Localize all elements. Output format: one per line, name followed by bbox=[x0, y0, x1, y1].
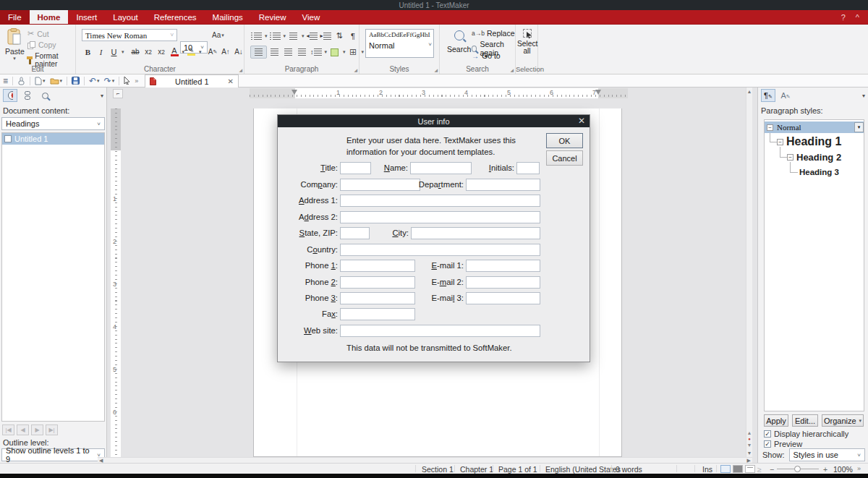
line-spacing-button[interactable]: ↕ bbox=[310, 46, 323, 59]
character-dialog-button[interactable]: A✎ bbox=[207, 46, 219, 58]
address1-input[interactable] bbox=[340, 195, 540, 207]
city-input[interactable] bbox=[411, 227, 540, 239]
phone2-input[interactable] bbox=[340, 276, 415, 289]
shrink-font-button[interactable]: A↓ bbox=[233, 46, 245, 58]
item-checkbox[interactable] bbox=[4, 135, 12, 142]
font-color-button[interactable]: A bbox=[169, 46, 181, 58]
underline-button[interactable]: U bbox=[108, 46, 120, 58]
status-chapter[interactable]: Chapter 1 bbox=[460, 465, 493, 474]
show-select[interactable]: Styles in use˅ bbox=[789, 448, 865, 461]
select-all-button[interactable]: Select all bbox=[517, 29, 537, 55]
statusbar-overflow-icon[interactable]: » bbox=[857, 465, 861, 472]
help-icon[interactable]: ? bbox=[841, 13, 846, 22]
shading-button[interactable] bbox=[328, 46, 341, 59]
replace-button[interactable]: a→bReplace bbox=[472, 29, 515, 38]
font-name-combo[interactable]: Times New Roman˅ bbox=[82, 29, 177, 41]
menu-tab-file[interactable]: File bbox=[0, 10, 30, 24]
ruler-corner-button[interactable]: ⌐ bbox=[113, 89, 123, 98]
bold-button[interactable]: B bbox=[82, 46, 94, 58]
display-hierarchically-checkbox[interactable]: ✓ bbox=[764, 430, 771, 438]
status-insert-mode[interactable]: Ins bbox=[702, 465, 712, 474]
styles-group-launcher-icon[interactable]: ◢ bbox=[434, 67, 438, 72]
menu-tab-review[interactable]: Review bbox=[251, 10, 294, 24]
new-document-button[interactable]: ▾ bbox=[35, 77, 46, 85]
status-page[interactable]: Page 1 of 1 bbox=[498, 465, 537, 474]
status-section[interactable]: Section 1 bbox=[422, 465, 454, 474]
style-row-normal[interactable]: Normal ▾ bbox=[765, 121, 864, 133]
character-styles-tab-button[interactable]: A✎ bbox=[778, 89, 793, 102]
ok-button[interactable]: OK bbox=[546, 133, 583, 148]
search-group-launcher-icon[interactable]: ◢ bbox=[510, 67, 514, 72]
multilevel-list-button[interactable] bbox=[287, 30, 299, 42]
align-center-button[interactable] bbox=[268, 46, 281, 59]
status-language[interactable]: English (United States bbox=[545, 465, 621, 474]
expander-icon[interactable]: − bbox=[767, 124, 773, 131]
bullet-list-button[interactable] bbox=[250, 30, 263, 42]
left-indent-marker[interactable] bbox=[292, 90, 297, 95]
style-row-heading1[interactable]: Heading 1 bbox=[786, 135, 841, 148]
list-item-untitled-1[interactable]: Untitled 1 bbox=[2, 133, 104, 145]
shading-dropdown-icon[interactable]: ▾ bbox=[343, 49, 346, 55]
edit-button[interactable]: Edit... bbox=[792, 414, 818, 427]
borders-button[interactable]: ⊞ bbox=[347, 46, 359, 59]
email1-input[interactable] bbox=[466, 260, 540, 272]
scroll-down-icon[interactable]: ▼ bbox=[747, 451, 752, 456]
phone1-input[interactable] bbox=[340, 260, 415, 272]
change-case-button[interactable]: Aa▾ bbox=[211, 29, 225, 41]
view-standard-icon[interactable] bbox=[720, 465, 731, 473]
zoom-level[interactable]: 100% bbox=[833, 465, 853, 474]
browse-target-icon[interactable]: ● bbox=[748, 437, 751, 441]
strikethrough-button[interactable]: ab bbox=[129, 46, 142, 58]
content-filter-select[interactable]: Headings˅ bbox=[1, 117, 105, 130]
go-to-button[interactable]: →Go to bbox=[472, 51, 501, 60]
department-input[interactable] bbox=[466, 179, 540, 191]
initials-input[interactable] bbox=[516, 162, 540, 174]
phone3-input[interactable] bbox=[340, 292, 415, 304]
view-outline-icon[interactable] bbox=[745, 465, 755, 473]
menu-tab-view[interactable]: View bbox=[294, 10, 328, 24]
horizontal-scrollbar[interactable]: ◀ ▶ bbox=[98, 457, 752, 463]
italic-button[interactable]: I bbox=[95, 46, 107, 58]
outline-level-select[interactable]: Show outline levels 1 to 9˅ bbox=[1, 448, 105, 461]
email3-input[interactable] bbox=[466, 292, 540, 304]
align-left-button[interactable] bbox=[250, 46, 267, 59]
cut-button[interactable]: ✂Cut bbox=[27, 29, 49, 38]
tab-close-icon[interactable]: ✕ bbox=[228, 77, 234, 85]
open-button[interactable]: ▾ bbox=[50, 77, 63, 85]
superscript-button[interactable]: x2 bbox=[156, 46, 168, 58]
decrease-indent-button[interactable]: ◂ bbox=[306, 30, 318, 42]
copy-button[interactable]: Copy bbox=[27, 40, 56, 49]
address2-input[interactable] bbox=[340, 211, 540, 223]
fax-input[interactable] bbox=[340, 308, 415, 320]
subscript-button[interactable]: x2 bbox=[142, 46, 155, 58]
right-indent-marker[interactable] bbox=[595, 90, 601, 95]
panel-menu-caret-icon[interactable]: ▾ bbox=[101, 93, 103, 99]
character-group-launcher-icon[interactable]: ◢ bbox=[239, 67, 242, 72]
style-row-heading3[interactable]: Heading 3 bbox=[799, 168, 839, 176]
menu-tab-references[interactable]: References bbox=[146, 10, 205, 24]
preview-checkbox[interactable]: ✓ bbox=[764, 440, 771, 448]
dialog-close-icon[interactable]: ✕ bbox=[578, 116, 585, 126]
status-word-count[interactable]: 0 words bbox=[616, 465, 642, 474]
multilevel-dropdown-icon[interactable]: ▾ bbox=[302, 33, 305, 39]
quickbar-overflow-icon[interactable]: » bbox=[135, 77, 138, 85]
dialog-titlebar[interactable]: User info ✕ bbox=[278, 115, 590, 127]
select-tool-icon[interactable] bbox=[124, 77, 130, 85]
style-dropdown-icon[interactable]: ▾ bbox=[854, 122, 864, 132]
style-gallery-caret-icon[interactable]: ˅ bbox=[428, 41, 432, 48]
save-button[interactable] bbox=[72, 77, 80, 85]
align-right-button[interactable] bbox=[282, 46, 294, 59]
justify-button[interactable] bbox=[296, 46, 308, 59]
organize-button[interactable]: Organize▾ bbox=[822, 414, 864, 427]
zoom-in-icon[interactable]: + bbox=[823, 465, 827, 474]
collapse-ribbon-icon[interactable]: ^ bbox=[856, 13, 859, 22]
paste-button[interactable]: Paste ▾ bbox=[5, 28, 24, 61]
hamburger-menu-icon[interactable]: ≡ bbox=[3, 76, 8, 86]
paste-dropdown-icon[interactable]: ▾ bbox=[5, 56, 24, 61]
search-button[interactable]: Search bbox=[447, 30, 471, 54]
bullet-dropdown-icon[interactable]: ▾ bbox=[265, 33, 268, 39]
document-tab[interactable]: Untitled 1 ✕ bbox=[145, 74, 239, 88]
next-item-button[interactable]: ▶ bbox=[31, 424, 43, 435]
zoom-slider-knob[interactable] bbox=[794, 466, 801, 472]
menu-tab-layout[interactable]: Layout bbox=[105, 10, 146, 24]
